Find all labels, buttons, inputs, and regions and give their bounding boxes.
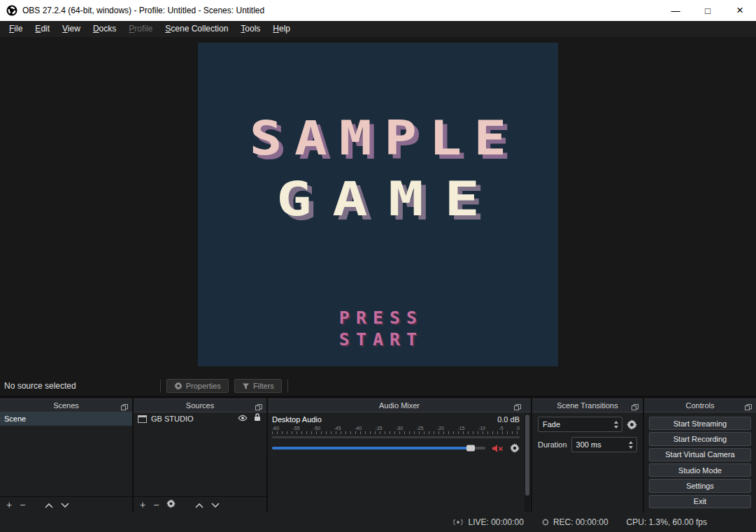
exit-button[interactable]: Exit xyxy=(649,495,751,508)
channel-settings-gear-icon[interactable] xyxy=(510,443,520,453)
mixer-scrollbar[interactable] xyxy=(525,413,530,512)
scene-item[interactable]: Scene xyxy=(0,412,132,426)
transition-settings-gear-icon[interactable] xyxy=(627,419,637,430)
duration-down-arrow-icon[interactable] xyxy=(629,446,633,449)
scenes-header[interactable]: Scenes xyxy=(0,398,132,412)
sources-title: Sources xyxy=(186,401,214,410)
scene-transitions-header[interactable]: Scene Transitions xyxy=(532,398,643,412)
scene-transitions-panel: Scene Transitions Fade xyxy=(532,398,643,512)
menu-file[interactable]: File xyxy=(3,21,29,37)
audio-meter-ticks xyxy=(272,431,520,434)
dock-area: Scenes Scene + − Sources xyxy=(0,396,756,512)
mute-speaker-icon[interactable] xyxy=(492,444,504,453)
window-controls: — □ × xyxy=(659,0,756,21)
start-virtual-camera-button[interactable]: Start Virtual Camera xyxy=(649,448,751,461)
source-toolbar: No source selected Properties Filters xyxy=(0,376,756,396)
rec-time: REC: 00:00:00 xyxy=(553,517,608,527)
studio-mode-button[interactable]: Studio Mode xyxy=(649,463,751,477)
mixer-scrollbar-thumb[interactable] xyxy=(525,415,529,496)
minimize-button[interactable]: — xyxy=(659,0,692,21)
menu-tools[interactable]: Tools xyxy=(234,21,266,37)
rec-dot-icon xyxy=(542,519,549,526)
popout-icon xyxy=(121,403,128,412)
tick-label: -60 xyxy=(272,426,279,431)
visibility-eye-icon[interactable] xyxy=(238,412,248,426)
audio-mixer-body: Desktop Audio 0.0 dB -60 -55 -50 -45 -40… xyxy=(268,412,531,512)
tick-label: -50 xyxy=(313,426,320,431)
audio-channel-level: 0.0 dB xyxy=(497,415,520,424)
start-recording-button[interactable]: Start Recording xyxy=(649,432,751,445)
tick-label: -20 xyxy=(437,426,444,431)
tick-label: -10 xyxy=(478,426,485,431)
remove-scene-button[interactable]: − xyxy=(20,499,25,510)
tick-label: -35 xyxy=(375,426,382,431)
no-source-label: No source selected xyxy=(4,381,76,391)
title-bar[interactable]: OBS 27.2.4 (64-bit, windows) - Profile: … xyxy=(0,0,756,21)
add-source-button[interactable]: + xyxy=(140,499,145,510)
sources-header[interactable]: Sources xyxy=(134,398,266,412)
close-button[interactable]: × xyxy=(724,0,756,21)
audio-mixer-header[interactable]: Audio Mixer xyxy=(268,398,531,412)
status-bar: LIVE: 00:00:00 REC: 00:00:00 CPU: 1.3%, … xyxy=(0,512,756,532)
preview-area[interactable]: SAMPLE GAME PRESS START xyxy=(0,37,756,376)
menu-help[interactable]: Help xyxy=(266,21,297,37)
duration-up-arrow-icon[interactable] xyxy=(629,441,633,444)
menu-scene-collection[interactable]: Scene Collection xyxy=(159,21,234,37)
settings-button[interactable]: Settings xyxy=(649,479,751,492)
volume-handle[interactable] xyxy=(466,445,475,452)
controls-panel: Controls Start Streaming Start Recording… xyxy=(644,398,756,512)
menu-edit[interactable]: Edit xyxy=(29,21,56,37)
tick-label: -15 xyxy=(457,426,464,431)
obs-window: OBS 27.2.4 (64-bit, windows) - Profile: … xyxy=(0,0,756,532)
scene-item-label: Scene xyxy=(4,412,26,426)
volume-slider[interactable] xyxy=(272,447,485,450)
controls-header[interactable]: Controls xyxy=(644,398,756,412)
toolbar-separator xyxy=(160,380,161,392)
duration-spinbox[interactable]: 300 ms xyxy=(571,437,637,452)
window-title: OBS 27.2.4 (64-bit, windows) - Profile: … xyxy=(22,6,264,15)
lock-icon[interactable] xyxy=(254,412,261,426)
duration-value: 300 ms xyxy=(576,440,601,449)
move-scene-up-button[interactable] xyxy=(45,499,53,510)
preview-canvas[interactable]: SAMPLE GAME PRESS START xyxy=(198,43,558,366)
live-time: LIVE: 00:00:00 xyxy=(468,517,523,527)
filters-label: Filters xyxy=(253,382,274,390)
tick-label: -30 xyxy=(396,426,403,431)
audio-channel-name: Desktop Audio xyxy=(272,415,322,424)
tick-label: -55 xyxy=(292,426,299,431)
source-properties-gear-icon[interactable] xyxy=(166,499,176,510)
scenes-toolbar: + − xyxy=(0,496,132,512)
remove-source-button[interactable]: − xyxy=(153,499,159,510)
source-item[interactable]: GB STUDIO xyxy=(134,412,266,426)
menu-profile: Profile xyxy=(122,21,159,37)
audio-level-meter xyxy=(272,436,520,438)
audio-mixer-panel: Audio Mixer Desktop Audio 0.0 dB -60 -55… xyxy=(268,398,531,512)
scenes-panel: Scenes Scene + − xyxy=(0,398,132,512)
start-streaming-button[interactable]: Start Streaming xyxy=(649,417,751,430)
press-line2: START xyxy=(204,329,558,350)
move-source-up-button[interactable] xyxy=(195,499,204,510)
tick-label: -25 xyxy=(416,426,423,431)
move-source-down-button[interactable] xyxy=(211,499,220,510)
toolbar-separator xyxy=(287,380,288,392)
tick-label: -40 xyxy=(355,426,362,431)
press-start-text: PRESS START xyxy=(198,307,558,350)
filters-icon xyxy=(242,382,250,390)
maximize-button[interactable]: □ xyxy=(692,0,724,21)
combo-up-arrow-icon[interactable] xyxy=(614,421,618,424)
tick-label: -5 xyxy=(499,426,503,431)
properties-button[interactable]: Properties xyxy=(166,379,229,393)
transition-select[interactable]: Fade xyxy=(538,417,622,432)
scene-transitions-title: Scene Transitions xyxy=(557,401,618,410)
gear-icon xyxy=(174,382,183,390)
filters-button[interactable]: Filters xyxy=(234,379,282,393)
menu-view[interactable]: View xyxy=(56,21,87,37)
game-title-line2: GAME xyxy=(198,171,558,227)
press-line1: PRESS xyxy=(204,307,558,329)
add-scene-button[interactable]: + xyxy=(6,499,12,510)
scenes-list: Scene xyxy=(0,412,132,496)
menu-docks[interactable]: Docks xyxy=(87,21,122,37)
scenes-title: Scenes xyxy=(53,401,79,410)
combo-down-arrow-icon[interactable] xyxy=(614,426,618,429)
move-scene-down-button[interactable] xyxy=(61,499,69,510)
